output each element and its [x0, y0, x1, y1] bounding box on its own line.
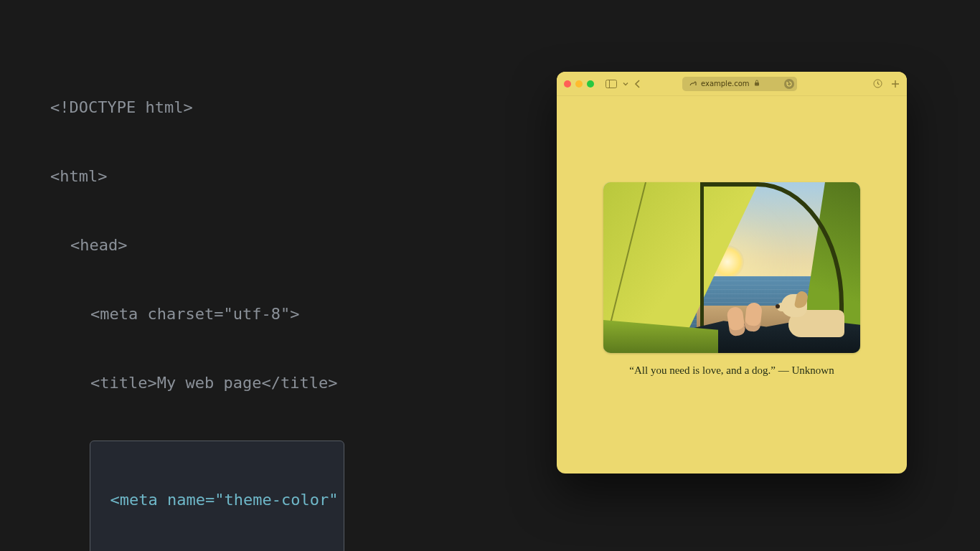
code-line: <html>: [50, 165, 347, 188]
address-text: example.com: [701, 80, 750, 88]
close-window-button[interactable]: [564, 80, 571, 88]
dog-illustration: [781, 290, 846, 340]
feet-illustration: [727, 303, 770, 343]
code-line: <head>: [50, 234, 347, 257]
browser-window: example.com: [557, 72, 907, 474]
zoom-window-button[interactable]: [587, 80, 594, 88]
new-tab-button[interactable]: [891, 79, 900, 88]
code-line: <!DOCTYPE html>: [50, 96, 347, 119]
hero-image: [603, 182, 860, 353]
lock-icon: [754, 80, 760, 88]
chevron-down-icon[interactable]: [623, 81, 628, 87]
sidebar-toggle-button[interactable]: [606, 80, 617, 88]
minimize-window-button[interactable]: [575, 80, 583, 88]
site-icon: [689, 80, 697, 88]
reload-button[interactable]: [784, 79, 794, 89]
history-button[interactable]: [873, 79, 882, 88]
address-bar[interactable]: example.com: [682, 77, 797, 91]
window-controls: [564, 80, 594, 88]
code-panel: <!DOCTYPE html> <html> <head> <meta char…: [50, 50, 347, 551]
browser-toolbar: example.com: [557, 72, 907, 96]
svg-rect-0: [606, 80, 617, 88]
page-content: “All you need is love, and a dog.” — Unk…: [557, 96, 907, 377]
code-text: <meta name="theme-color": [110, 489, 339, 512]
highlighted-code: <meta name="theme-color" content="#ecd96…: [90, 441, 345, 551]
code-line: <meta charset="utf-8">: [50, 303, 347, 326]
code-line: <title>My web page</title>: [50, 372, 347, 395]
back-button[interactable]: [634, 80, 641, 88]
image-caption: “All you need is love, and a dog.” — Unk…: [629, 364, 834, 377]
svg-rect-2: [755, 83, 759, 86]
